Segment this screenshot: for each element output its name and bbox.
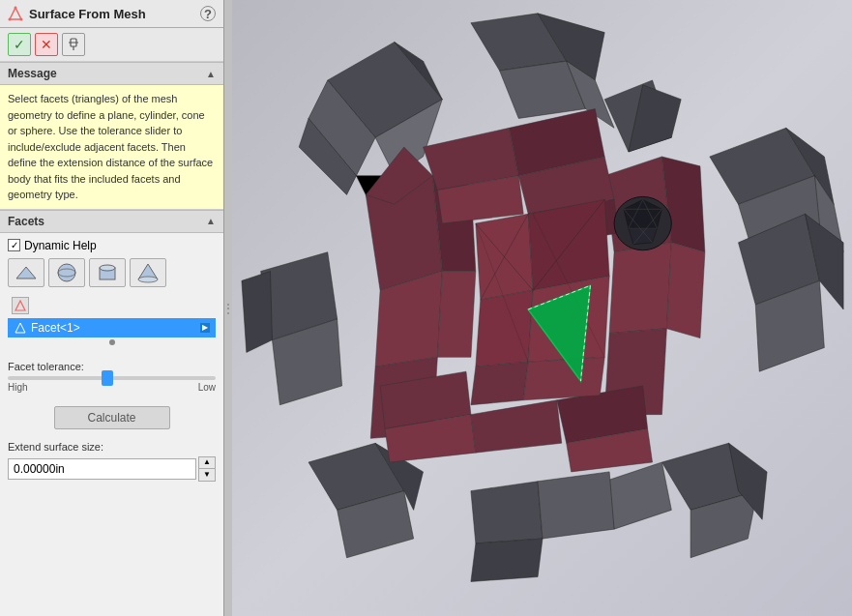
svg-marker-91 xyxy=(538,472,614,539)
facet-list-icon[interactable] xyxy=(12,297,29,314)
panel-header: Surface From Mesh ? xyxy=(0,0,223,28)
message-chevron: ▲ xyxy=(206,69,216,79)
facet-item[interactable]: Facet<1> ▶ xyxy=(8,318,216,337)
svg-point-3 xyxy=(20,18,23,21)
extend-input-row: ▲ ▼ xyxy=(8,456,216,482)
resize-handle[interactable] xyxy=(224,0,232,616)
message-section-title: Message xyxy=(8,67,57,80)
tolerance-low-label: Low xyxy=(198,382,216,393)
svg-marker-64 xyxy=(523,357,604,399)
tolerance-section: Facet tolerance: High Low xyxy=(0,357,223,398)
tolerance-slider-thumb[interactable] xyxy=(102,370,113,386)
svg-marker-15 xyxy=(15,323,25,333)
message-content: Select facets (triangles) of the mesh ge… xyxy=(0,85,223,210)
extend-input[interactable] xyxy=(8,458,196,480)
svg-point-13 xyxy=(138,277,158,282)
sphere-btn[interactable] xyxy=(48,258,85,287)
viewport xyxy=(232,0,852,616)
facet-list: Facet<1> ▶ xyxy=(8,295,216,347)
message-section-header[interactable]: Message ▲ xyxy=(0,62,223,85)
dynamic-help-label: Dynamic Help xyxy=(24,239,97,252)
tolerance-slider-container xyxy=(8,376,216,380)
svg-marker-0 xyxy=(10,8,21,19)
toolbar-row: ✓ ✕ xyxy=(0,28,223,62)
extend-spin-up[interactable]: ▲ xyxy=(199,457,215,469)
dynamic-help-row: ✓ Dynamic Help xyxy=(8,239,216,252)
extend-section: Extend surface size: ▲ ▼ xyxy=(0,437,223,485)
surface-from-mesh-icon xyxy=(8,6,23,21)
panel-title: Surface From Mesh xyxy=(29,7,194,21)
cancel-button[interactable]: ✕ xyxy=(35,33,58,56)
facet-item-icon xyxy=(14,321,27,335)
svg-marker-7 xyxy=(16,267,36,279)
calculate-button[interactable]: Calculate xyxy=(54,406,170,429)
svg-marker-92 xyxy=(471,539,543,581)
left-panel: Surface From Mesh ? ✓ ✕ Message ▲ Select… xyxy=(0,0,224,616)
plane-btn[interactable] xyxy=(8,258,44,287)
facets-content: ✓ Dynamic Help xyxy=(0,233,223,357)
facet-item-label: Facet<1> xyxy=(31,321,80,335)
svg-marker-48 xyxy=(666,243,705,338)
svg-marker-89 xyxy=(242,271,273,352)
extend-label: Extend surface size: xyxy=(8,441,216,453)
facets-section-title: Facets xyxy=(8,215,44,228)
svg-marker-63 xyxy=(471,362,528,404)
svg-point-1 xyxy=(15,7,17,10)
pin-button[interactable] xyxy=(62,33,85,56)
cylinder-btn[interactable] xyxy=(89,258,126,287)
dynamic-help-checkbox[interactable]: ✓ xyxy=(8,239,20,251)
help-button[interactable]: ? xyxy=(200,6,216,21)
tolerance-slider-track xyxy=(8,376,216,380)
mesh-visualization xyxy=(232,0,852,616)
facets-section-header[interactable]: Facets ▲ xyxy=(0,210,223,233)
extend-spin-down[interactable]: ▼ xyxy=(199,469,215,481)
tolerance-high-label: High xyxy=(8,382,28,393)
svg-marker-60 xyxy=(476,290,533,367)
shape-buttons-row xyxy=(8,258,216,287)
cone-btn[interactable] xyxy=(130,258,166,287)
facet-expand-dot xyxy=(8,337,216,347)
facets-chevron: ▲ xyxy=(206,216,216,226)
calculate-container: Calculate xyxy=(0,398,223,437)
message-text: Select facets (triangles) of the mesh ge… xyxy=(8,93,213,200)
svg-marker-45 xyxy=(609,243,671,334)
ok-button[interactable]: ✓ xyxy=(8,33,31,56)
svg-marker-14 xyxy=(15,301,25,310)
facet-expand-btn[interactable]: ▶ xyxy=(200,323,210,333)
svg-point-8 xyxy=(58,264,75,281)
extend-spin-btns: ▲ ▼ xyxy=(198,456,216,482)
svg-marker-90 xyxy=(471,482,543,543)
svg-marker-42 xyxy=(437,271,476,357)
svg-point-11 xyxy=(100,265,115,271)
svg-point-2 xyxy=(9,18,12,21)
